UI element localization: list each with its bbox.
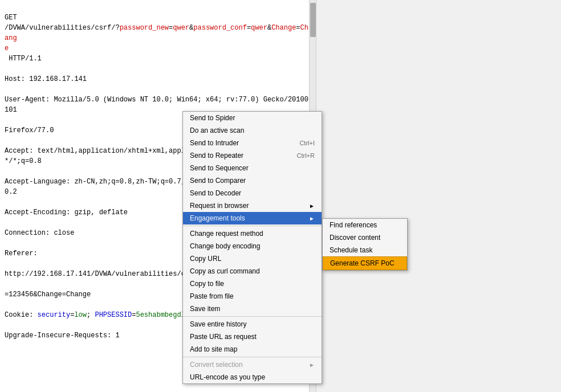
submenu-label-find-references: Find references — [330, 221, 377, 229]
menu-label-change-request-method: Change request method — [190, 230, 263, 238]
connection-header: Connection: close — [5, 229, 74, 237]
arrow-engagement-tools: ► — [309, 215, 315, 222]
menu-label-send-to-spider: Send to Spider — [190, 114, 235, 122]
engagement-submenu: Find references Discover content Schedul… — [322, 218, 408, 271]
shortcut-intruder: Ctrl+I — [299, 140, 315, 146]
menu-label-paste-from-file: Paste from file — [190, 292, 234, 300]
menu-label-paste-url-as-request: Paste URL as request — [190, 333, 257, 341]
method: GET — [5, 14, 17, 22]
menu-label-engagement-tools: Engagement tools — [190, 214, 245, 222]
menu-label-request-in-browser: Request in browser — [190, 202, 249, 210]
menu-label-convert-selection: Convert selection — [190, 361, 243, 369]
menu-item-save-entire-history[interactable]: Save entire history — [183, 318, 322, 330]
menu-separator-1 — [183, 226, 322, 226]
url-wrap: e — [5, 44, 9, 52]
submenu-item-find-references[interactable]: Find references — [323, 219, 407, 231]
menu-label-send-to-comparer: Send to Comparer — [190, 177, 246, 185]
cookie-header: Cookie: security=low; PHPSESSID=5eshabmb… — [5, 311, 202, 319]
menu-item-convert-selection[interactable]: Convert selection ► — [183, 358, 322, 371]
menu-label-send-to-intruder: Send to Intruder — [190, 139, 239, 147]
submenu-label-generate-csrf-poc: Generate CSRF PoC — [330, 259, 395, 267]
main-panel: GET /DVWA/vulnerabilities/csrf/?password… — [0, 0, 561, 392]
menu-item-copy-to-file[interactable]: Copy to file — [183, 277, 322, 290]
menu-label-send-to-repeater: Send to Repeater — [190, 152, 243, 160]
menu-separator-3 — [183, 357, 322, 357]
submenu-item-schedule-task[interactable]: Schedule task — [323, 244, 407, 256]
firefox-version: Firefox/77.0 — [5, 126, 54, 134]
arrow-convert-selection: ► — [309, 362, 315, 368]
menu-item-engagement-tools[interactable]: Engagement tools ► — [183, 212, 322, 224]
menu-label-copy-as-curl: Copy as curl command — [190, 267, 260, 275]
menu-label-add-to-site-map: Add to site map — [190, 345, 237, 353]
menu-item-save-item[interactable]: Save item — [183, 303, 322, 315]
menu-item-change-body-encoding[interactable]: Change body encoding — [183, 240, 322, 252]
menu-item-add-to-site-map[interactable]: Add to site map — [183, 343, 322, 356]
right-panel — [316, 0, 561, 392]
menu-item-send-to-intruder[interactable]: Send to Intruder Ctrl+I — [183, 137, 322, 149]
menu-item-change-request-method[interactable]: Change request method — [183, 227, 322, 240]
accept-encoding-header: Accept-Encoding: gzip, deflate — [5, 209, 128, 217]
menu-label-do-active-scan: Do an active scan — [190, 126, 244, 134]
menu-item-copy-as-curl[interactable]: Copy as curl command — [183, 265, 322, 277]
menu-label-save-entire-history: Save entire history — [190, 320, 246, 328]
menu-label-copy-url: Copy URL — [190, 255, 221, 263]
upgrade-header: Upgrade-Insecure-Requests: 1 — [5, 332, 120, 340]
protocol: HTTP/1.1 — [5, 55, 42, 63]
menu-item-request-in-browser[interactable]: Request in browser ► — [183, 199, 322, 212]
menu-label-save-item: Save item — [190, 305, 220, 313]
menu-label-send-to-decoder: Send to Decoder — [190, 189, 241, 197]
context-menu: Send to Spider Do an active scan Send to… — [182, 111, 322, 384]
menu-item-paste-from-file[interactable]: Paste from file — [183, 290, 322, 303]
scrollbar-thumb[interactable] — [310, 3, 316, 37]
menu-label-url-encode: URL-encode as you type — [190, 373, 265, 381]
menu-item-send-to-comparer[interactable]: Send to Comparer — [183, 174, 322, 187]
menu-item-send-to-spider[interactable]: Send to Spider — [183, 112, 322, 124]
submenu-item-discover-content[interactable]: Discover content — [323, 231, 407, 244]
menu-item-url-encode[interactable]: URL-encode as you type — [183, 371, 322, 383]
menu-item-send-to-decoder[interactable]: Send to Decoder — [183, 187, 322, 199]
menu-item-send-to-sequencer[interactable]: Send to Sequencer — [183, 162, 322, 174]
menu-item-send-to-repeater[interactable]: Send to Repeater Ctrl+R — [183, 149, 322, 162]
menu-separator-2 — [183, 316, 322, 317]
menu-item-copy-url[interactable]: Copy URL — [183, 252, 322, 265]
arrow-request-in-browser: ► — [309, 203, 315, 209]
menu-label-copy-to-file: Copy to file — [190, 280, 224, 288]
menu-item-paste-url-as-request[interactable]: Paste URL as request — [183, 330, 322, 343]
shortcut-repeater: Ctrl+R — [297, 152, 315, 159]
submenu-item-generate-csrf-poc[interactable]: Generate CSRF PoC — [323, 256, 407, 270]
referer-value2: =123456&Change=Change — [5, 291, 91, 299]
submenu-label-discover-content: Discover content — [330, 234, 380, 242]
menu-label-send-to-sequencer: Send to Sequencer — [190, 164, 249, 172]
url-path: /DVWA/vulnerabilities/csrf/?password_new… — [5, 24, 308, 42]
menu-label-change-body-encoding: Change body encoding — [190, 242, 260, 250]
host-header: Host: 192.168.17.141 — [5, 75, 87, 83]
submenu-label-schedule-task: Schedule task — [330, 246, 372, 254]
menu-item-do-active-scan[interactable]: Do an active scan — [183, 124, 322, 137]
referer-label: Referer: — [5, 250, 38, 258]
